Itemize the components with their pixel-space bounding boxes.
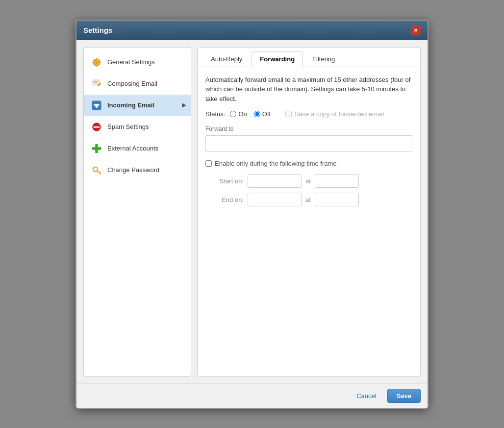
start-time-input[interactable] <box>315 174 359 188</box>
status-label: Status: <box>205 110 225 118</box>
end-on-label: End on: <box>215 196 244 203</box>
settings-dialog: Settings × General Settings <box>76 20 428 409</box>
status-row: Status: On Off Save a copy of fo <box>205 110 412 118</box>
block-icon <box>91 121 102 133</box>
sidebar-item-composing-email[interactable]: Composing Email <box>84 73 191 95</box>
forwarding-content: Automatically forward email to a maximum… <box>198 67 420 376</box>
forwarding-description: Automatically forward email to a maximum… <box>205 75 412 104</box>
arrow-down-icon <box>91 100 102 111</box>
submenu-arrow-icon: ▶ <box>182 102 186 108</box>
svg-rect-9 <box>94 126 100 127</box>
svg-point-1 <box>95 60 98 63</box>
sidebar-item-label-external: External Accounts <box>107 145 158 152</box>
save-button[interactable]: Save <box>387 389 421 403</box>
key-icon <box>91 164 102 176</box>
sidebar-item-label-composing: Composing Email <box>107 80 157 87</box>
end-at-label: at <box>305 196 311 203</box>
forward-to-label: Forward to <box>205 126 412 132</box>
radio-off[interactable] <box>254 111 260 117</box>
plus-icon <box>91 143 102 154</box>
sidebar-item-change-password[interactable]: Change Password <box>84 159 191 181</box>
pencil-icon <box>91 78 102 90</box>
dialog-body: General Settings Composing Email <box>76 40 428 383</box>
end-time-input[interactable] <box>315 193 359 206</box>
titlebar: Settings × <box>76 21 428 40</box>
radio-on[interactable] <box>230 111 236 117</box>
sidebar-item-general-settings[interactable]: General Settings <box>84 51 191 73</box>
svg-rect-11 <box>92 147 101 150</box>
start-date-input[interactable] <box>248 174 302 188</box>
save-copy-label[interactable]: Save a copy of forwarded email <box>285 110 384 118</box>
end-on-row: End on: at <box>215 193 412 206</box>
status-radio-group: On Off <box>230 110 270 118</box>
timeframe-checkbox[interactable] <box>205 160 212 167</box>
sidebar: General Settings Composing Email <box>83 47 191 377</box>
radio-on-label[interactable]: On <box>230 110 247 118</box>
timeframe-checkbox-label[interactable]: Enable only during the following time fr… <box>205 160 337 167</box>
end-date-input[interactable] <box>248 193 302 206</box>
start-on-row: Start on: at <box>215 174 412 188</box>
tab-auto-reply[interactable]: Auto-Reply <box>202 51 251 67</box>
save-copy-checkbox[interactable] <box>285 111 292 117</box>
timeframe-row: Enable only during the following time fr… <box>205 160 412 167</box>
sidebar-item-external-accounts[interactable]: External Accounts <box>84 138 191 159</box>
start-at-label: at <box>305 177 311 185</box>
tab-bar: Auto-Reply Forwarding Filtering <box>198 48 420 67</box>
dialog-footer: Cancel Save <box>76 383 428 408</box>
sidebar-item-label-spam: Spam Settings <box>107 123 149 130</box>
sidebar-item-label-general: General Settings <box>107 58 155 66</box>
sidebar-item-incoming-email[interactable]: Incoming Email ▶ <box>84 95 191 116</box>
content-panel: Auto-Reply Forwarding Filtering Automati… <box>197 47 421 377</box>
dialog-title: Settings <box>83 26 112 34</box>
forward-to-input[interactable] <box>205 135 412 152</box>
close-button[interactable]: × <box>411 25 421 35</box>
tab-filtering[interactable]: Filtering <box>304 51 343 67</box>
radio-off-label[interactable]: Off <box>254 110 271 118</box>
sidebar-item-label-incoming: Incoming Email <box>107 101 154 109</box>
tab-forwarding[interactable]: Forwarding <box>252 51 303 67</box>
start-on-label: Start on: <box>215 177 244 185</box>
cancel-button[interactable]: Cancel <box>351 389 382 403</box>
sidebar-item-spam-settings[interactable]: Spam Settings <box>84 116 191 138</box>
gear-icon <box>91 56 102 68</box>
sidebar-item-label-password: Change Password <box>107 166 159 174</box>
svg-line-14 <box>100 172 101 173</box>
